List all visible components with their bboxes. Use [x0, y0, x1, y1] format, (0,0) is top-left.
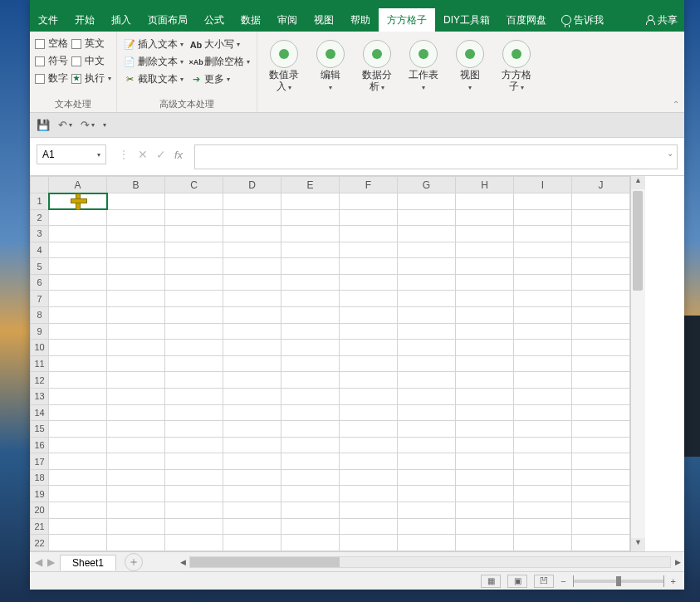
cell[interactable] [572, 388, 630, 404]
cell[interactable] [340, 291, 398, 307]
cell[interactable] [514, 486, 572, 502]
cell[interactable] [165, 404, 223, 421]
cell[interactable] [514, 242, 572, 258]
name-box[interactable]: A1 ▾ [37, 144, 106, 164]
cell[interactable] [281, 469, 340, 486]
delete-space-button[interactable]: ×Ab删除空格▾ [188, 54, 252, 70]
cell[interactable] [572, 437, 630, 453]
cell[interactable] [340, 209, 398, 226]
cell[interactable] [398, 502, 456, 518]
tell-me[interactable]: 告诉我 [555, 13, 610, 27]
cell[interactable] [514, 307, 572, 324]
more-options-icon[interactable]: ⋮ [118, 148, 130, 161]
cell[interactable] [340, 355, 398, 372]
cell[interactable] [514, 469, 572, 486]
cell[interactable] [107, 388, 165, 404]
cell[interactable] [340, 372, 398, 389]
cell[interactable] [281, 421, 340, 438]
cell[interactable] [223, 291, 281, 307]
cell[interactable] [340, 193, 398, 210]
tab-review[interactable]: 审阅 [269, 8, 306, 32]
spreadsheet-grid[interactable]: A B C D E F G H I J 12345678910111213141… [30, 176, 630, 551]
cell[interactable] [165, 209, 223, 226]
worksheet-button[interactable]: 工作表▾ [402, 37, 445, 93]
chk-english[interactable]: 英文 [71, 37, 111, 51]
row-header[interactable]: 6 [31, 274, 49, 291]
row-header[interactable]: 8 [31, 307, 49, 324]
cell[interactable] [398, 291, 456, 307]
cell[interactable] [165, 258, 223, 275]
cell[interactable] [165, 535, 223, 551]
chk-number[interactable]: 数字 [35, 71, 68, 86]
cell[interactable] [281, 437, 340, 453]
scroll-thumb[interactable] [190, 557, 340, 567]
cell[interactable] [340, 518, 398, 535]
view-button[interactable]: 视图▾ [448, 37, 492, 93]
execute-button[interactable]: ★执行▾ [71, 71, 111, 86]
cell[interactable] [340, 274, 398, 291]
qat-customize-button[interactable]: ▾ [103, 121, 106, 129]
tab-formula[interactable]: 公式 [196, 8, 233, 32]
cell[interactable] [456, 388, 514, 404]
case-button[interactable]: Ab大小写▾ [188, 37, 252, 52]
cell[interactable] [49, 469, 107, 486]
cell[interactable] [514, 502, 572, 518]
cell[interactable] [165, 372, 223, 389]
edit-button[interactable]: 编辑▾ [309, 37, 352, 93]
cell[interactable] [398, 323, 456, 340]
cell[interactable] [281, 502, 340, 518]
cell[interactable] [165, 502, 223, 518]
tab-home[interactable]: 开始 [66, 8, 103, 32]
cell[interactable] [49, 502, 107, 518]
cell[interactable] [398, 355, 456, 372]
cell[interactable] [49, 291, 107, 307]
cell[interactable] [514, 226, 572, 242]
cell[interactable] [281, 518, 340, 535]
cell[interactable] [107, 291, 165, 307]
cell[interactable] [340, 340, 398, 356]
cell[interactable] [572, 355, 630, 372]
cell[interactable] [49, 340, 107, 356]
row-header[interactable]: 15 [31, 421, 49, 438]
cell[interactable] [281, 307, 340, 324]
cell[interactable] [281, 404, 340, 421]
cell[interactable] [572, 323, 630, 340]
cell[interactable] [340, 323, 398, 340]
cell[interactable] [49, 453, 107, 470]
cell[interactable] [107, 340, 165, 356]
horizontal-scrollbar[interactable]: ◀ ▶ [176, 556, 684, 568]
cell[interactable] [223, 502, 281, 518]
zoom-slider[interactable] [573, 580, 664, 583]
cell[interactable] [456, 404, 514, 421]
cell[interactable] [340, 437, 398, 453]
chk-space[interactable]: 空格 [35, 37, 68, 51]
cell[interactable] [165, 291, 223, 307]
save-button[interactable]: 💾 [37, 119, 50, 131]
cell[interactable] [398, 258, 456, 275]
cell[interactable] [107, 307, 165, 324]
scroll-right-icon[interactable]: ▶ [671, 558, 684, 566]
cell[interactable] [572, 535, 630, 551]
cell[interactable] [456, 209, 514, 226]
data-analysis-button[interactable]: 数据分析 ▾ [355, 37, 399, 93]
row-header[interactable]: 18 [31, 469, 49, 486]
formula-input[interactable]: ⌄ [194, 144, 678, 169]
cell[interactable] [165, 421, 223, 438]
cell[interactable] [107, 453, 165, 470]
cell[interactable] [514, 453, 572, 470]
cell[interactable] [107, 404, 165, 421]
redo-button[interactable]: ↷▾ [81, 119, 95, 131]
cell[interactable] [456, 242, 514, 258]
cell[interactable] [165, 486, 223, 502]
cell[interactable] [281, 388, 340, 404]
cell[interactable] [514, 404, 572, 421]
tab-fangfanggezi[interactable]: 方方格子 [379, 8, 435, 32]
cell[interactable] [572, 274, 630, 291]
cell[interactable] [514, 193, 572, 210]
cell[interactable] [340, 486, 398, 502]
cell[interactable] [49, 486, 107, 502]
undo-button[interactable]: ↶▾ [58, 119, 72, 131]
cell[interactable] [281, 340, 340, 356]
cell[interactable] [281, 372, 340, 389]
cell[interactable] [398, 437, 456, 453]
